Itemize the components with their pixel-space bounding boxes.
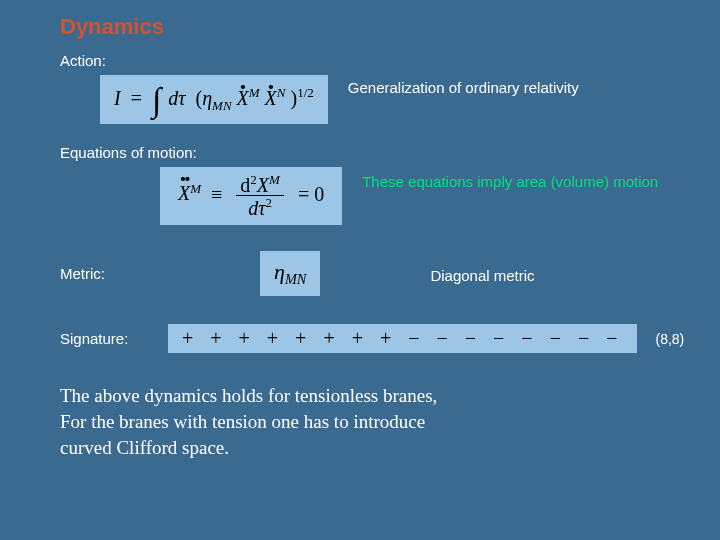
slide-title: Dynamics [60,14,660,40]
action-row: I = ∫ dτ (ηMN XM XN )1/2 Generalization … [100,75,660,124]
action-equation: I = ∫ dτ (ηMN XM XN )1/2 [100,75,328,124]
eom-row: XM ≡ d2XM dτ2 = 0 These equations imply … [160,167,660,225]
integral-icon: ∫ [152,90,161,110]
signature-box: + + + + + + + + − − − − − − − − [168,324,637,353]
metric-symbol: ηMN [260,251,320,296]
action-label: Action: [60,52,660,69]
signature-label: Signature: [60,330,150,347]
eom-equation: XM ≡ d2XM dτ2 = 0 [160,167,342,225]
signature-value: (8,8) [655,331,684,347]
signature-row: Signature: + + + + + + + + − − − − − − −… [60,324,660,353]
action-caption: Generalization of ordinary relativity [348,75,660,96]
eom-label: Equations of motion: [60,144,660,161]
metric-label: Metric: [60,265,150,282]
footer-paragraph: The above dynamics holds for tensionless… [60,383,660,460]
eom-caption: These equations imply area (volume) moti… [362,167,660,190]
metric-caption: Diagonal metric [430,263,660,284]
metric-row: Metric: ηMN Diagonal metric [60,251,660,296]
